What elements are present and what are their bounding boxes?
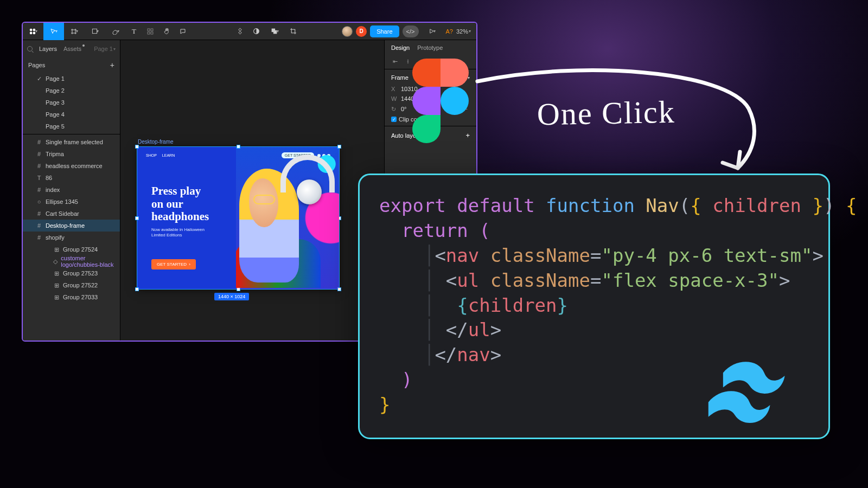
layer-row[interactable]: ⊞Group 27523: [23, 267, 120, 279]
chevron-down-icon: ▾: [76, 29, 78, 34]
layer-row[interactable]: #headless ecommerce: [23, 160, 120, 172]
page-row[interactable]: Page 5: [23, 120, 120, 132]
frame-icon: #: [36, 234, 42, 241]
layer-row[interactable]: #Single frame selected: [23, 136, 120, 148]
share-button[interactable]: Share: [370, 25, 399, 37]
figma-toolbar: ▾ ▾ ▾ ▾ ▾ T: [23, 23, 476, 40]
pages-title: Pages: [28, 62, 45, 68]
layer-row[interactable]: #index: [23, 184, 120, 196]
layer-row[interactable]: ⊞Group 27522: [23, 279, 120, 291]
code-token: nav: [457, 344, 490, 365]
layer-row[interactable]: #shopify: [23, 232, 120, 243]
resize-handle[interactable]: [135, 287, 139, 291]
dimensions-badge: 1440 × 1024: [214, 293, 249, 300]
frame-tool-button[interactable]: ▾: [64, 23, 85, 40]
code-token: children: [712, 195, 801, 216]
page-label: Page 1: [46, 75, 65, 82]
layer-row[interactable]: ○Ellipse 1345: [23, 196, 120, 208]
page-picker[interactable]: Page 1 ▾: [94, 46, 116, 52]
align-hcenter-icon[interactable]: ⫲: [404, 57, 412, 65]
search-icon[interactable]: [27, 46, 33, 52]
svg-rect-8: [151, 32, 153, 34]
component-actions-button[interactable]: [232, 23, 248, 40]
chevron-down-icon: ▾: [277, 29, 279, 34]
present-button[interactable]: ▾: [422, 23, 443, 40]
tab-assets[interactable]: Assets: [63, 46, 81, 52]
layer-label: Group 27523: [63, 270, 98, 277]
move-tool-button[interactable]: ▾: [43, 23, 64, 40]
layer-label: index: [46, 187, 60, 193]
hero-sub-line: Now available in Halloween: [151, 227, 205, 233]
frame-icon: #: [36, 139, 42, 145]
dev-mode-toggle[interactable]: </>: [403, 25, 419, 37]
resize-handle[interactable]: [135, 216, 139, 220]
page-label: Page 5: [46, 123, 65, 130]
layer-row[interactable]: ◇customer logo/chubbies-black: [23, 255, 120, 267]
code-icon: </>: [406, 28, 415, 35]
layer-label: Single frame selected: [46, 139, 103, 145]
code-token: "flex space-x-3": [601, 269, 779, 291]
shape-tool-button[interactable]: ▾: [85, 23, 105, 40]
hand-tool-button[interactable]: [158, 23, 175, 40]
figma-canvas[interactable]: Desktop-frame SHOP LEARN GET STARTED: [120, 40, 384, 341]
code-token: className: [490, 245, 590, 266]
code-token: nav: [446, 245, 479, 266]
svg-rect-0: [30, 28, 33, 31]
layer-list: #Single frame selected#Tripma#headless e…: [23, 136, 120, 303]
frame-icon: #: [36, 151, 42, 157]
layer-row[interactable]: ⊞Group 27524: [23, 243, 120, 255]
tab-design[interactable]: Design: [391, 44, 410, 51]
layer-label: Cart Sidebar: [46, 210, 79, 217]
resources-button[interactable]: [142, 23, 158, 40]
text-icon: T: [132, 27, 136, 36]
chevron-down-icon: ▾: [117, 29, 119, 34]
hero-cta-button: GET STARTED ›: [151, 259, 196, 269]
svg-rect-2: [30, 31, 33, 34]
layer-label: Group 27033: [63, 294, 98, 300]
ellipse-icon: ○: [36, 198, 42, 205]
rotation-icon: ↻: [391, 106, 399, 113]
chevron-down-icon: ▾: [97, 29, 99, 34]
add-page-button[interactable]: +: [110, 61, 114, 69]
page-row[interactable]: Page 2: [23, 85, 120, 97]
page-label: Page 2: [46, 87, 65, 94]
frame-label[interactable]: Desktop-frame: [138, 139, 174, 145]
layer-row[interactable]: #Tripma: [23, 148, 120, 160]
resize-handle[interactable]: [135, 145, 139, 149]
code-token: className: [490, 269, 590, 291]
hero-title-line: Press play: [151, 185, 209, 198]
page-row[interactable]: ✓Page 1: [23, 73, 120, 85]
group-icon: ⊞: [53, 246, 60, 253]
layer-row[interactable]: ⊞Group 27033: [23, 291, 120, 303]
boolean-ops-button[interactable]: ▾: [264, 23, 285, 40]
user-avatar[interactable]: D: [356, 26, 367, 37]
selected-frame[interactable]: SHOP LEARN GET STARTED Press play on our…: [137, 146, 340, 290]
hero-title-line: on our: [151, 198, 209, 211]
mask-button[interactable]: [248, 23, 264, 40]
main-menu-button[interactable]: ▾: [23, 23, 43, 40]
pen-tool-button[interactable]: ▾: [105, 23, 126, 40]
comment-tool-button[interactable]: [175, 23, 191, 40]
page-picker-label: Page 1: [94, 46, 113, 52]
code-token: function: [546, 195, 635, 216]
page-row[interactable]: Page 4: [23, 108, 120, 120]
text-tool-button[interactable]: T: [126, 23, 142, 40]
layer-row[interactable]: #Cart Sidebar: [23, 208, 120, 220]
layer-label: Tripma: [46, 151, 64, 157]
zoom-control[interactable]: 32% ▾: [456, 28, 471, 35]
layer-row[interactable]: T86: [23, 172, 120, 184]
crop-button[interactable]: [285, 23, 301, 40]
toolbar-left: ▾ ▾ ▾ ▾ ▾ T: [23, 23, 191, 40]
align-left-icon[interactable]: ⇤: [391, 57, 399, 65]
one-click-label: One Click: [537, 94, 675, 132]
hero-sub-line: Limited Editions: [151, 233, 205, 238]
layer-row[interactable]: #Desktop-frame: [23, 220, 120, 232]
page-row[interactable]: Page 3: [23, 97, 120, 108]
toolbar-right: D Share </> ▾ A? 32% ▾: [342, 23, 476, 40]
tab-layers[interactable]: Layers: [39, 46, 57, 52]
missing-fonts-badge[interactable]: A?: [446, 28, 453, 35]
code-token: "py-4 px-6 text-sm": [601, 245, 812, 266]
checkbox-icon[interactable]: ✓: [391, 117, 397, 122]
tab-prototype[interactable]: Prototype: [417, 44, 443, 51]
collaborator-avatar[interactable]: [342, 26, 353, 37]
